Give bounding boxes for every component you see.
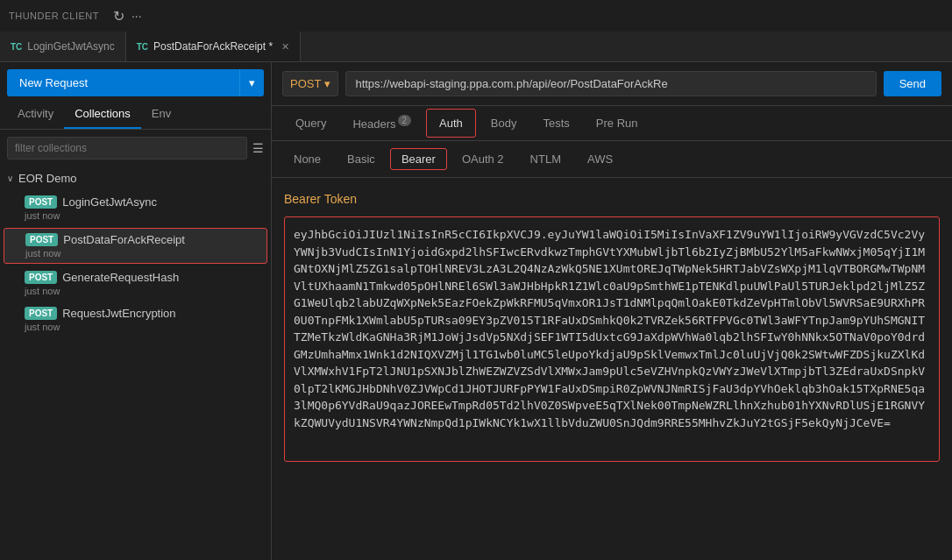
tab-prerun[interactable]: Pre Run xyxy=(583,109,651,138)
collection-eor-demo-header[interactable]: ∨ EOR Demo xyxy=(0,167,271,190)
method-badge-post-3: POST xyxy=(25,271,57,284)
method-badge-post-2: POST xyxy=(25,233,58,246)
auth-subtab-oauth2[interactable]: OAuth 2 xyxy=(451,148,515,170)
request-item-login[interactable]: POST LoginGetJwtAsync just now xyxy=(0,190,271,226)
auth-subtab-ntlm[interactable]: NTLM xyxy=(519,148,572,170)
tabs-bar: TC LoginGetJwtAsync TC PostDataForAckRec… xyxy=(0,32,952,62)
send-button[interactable]: Send xyxy=(884,71,941,96)
chevron-down-icon: ∨ xyxy=(7,174,13,183)
close-icon[interactable]: ✕ xyxy=(281,41,289,53)
request-time-4: just now xyxy=(25,322,264,332)
tab-query[interactable]: Query xyxy=(282,109,339,138)
refresh-icon[interactable]: ↻ xyxy=(113,8,124,25)
tab-headers[interactable]: Headers2 xyxy=(339,108,424,138)
method-badge-post-1: POST xyxy=(25,195,57,209)
request-time-2: just now xyxy=(25,248,259,259)
tab-post-data-for-ack[interactable]: TC PostDataForAckReceipt * ✕ xyxy=(126,32,301,61)
request-time-3: just now xyxy=(25,286,264,296)
token-input[interactable]: eyJhbGciOiJIUzl1NiIsInR5cCI6IkpXVCJ9.eyJ… xyxy=(284,216,940,462)
right-panel: POST ▾ Send Query Headers2 Auth Body Tes… xyxy=(272,62,952,560)
request-time-1: just now xyxy=(25,210,264,221)
request-item-post-data[interactable]: POST PostDataForAckReceipt just now xyxy=(4,228,267,264)
request-name-2: PostDataForAckReceipt xyxy=(63,233,185,246)
top-bar: THUNDER CLIENT ↻ ··· xyxy=(0,0,952,32)
method-label: POST xyxy=(290,77,321,90)
collection-name: EOR Demo xyxy=(18,172,76,185)
new-request-button[interactable]: New Request xyxy=(7,69,239,96)
method-badge-post-4: POST xyxy=(25,307,57,320)
request-name-3: GenerateRequestHash xyxy=(62,271,179,284)
filter-menu-icon[interactable]: ☰ xyxy=(252,141,264,155)
token-section: Bearer Token eyJhbGciOiJIUzl1NiIsInR5cCI… xyxy=(272,178,952,560)
auth-subtab-basic[interactable]: Basic xyxy=(336,148,387,170)
sidebar: New Request ▾ Activity Collections Env ☰… xyxy=(0,62,272,560)
request-tabs: Query Headers2 Auth Body Tests Pre Run xyxy=(272,106,952,141)
method-select[interactable]: POST ▾ xyxy=(282,71,338,96)
new-request-dropdown-button[interactable]: ▾ xyxy=(239,69,264,96)
tab-label-2: PostDataForAckReceipt * xyxy=(153,40,273,53)
tab-tc-label-2: TC xyxy=(137,42,148,52)
url-input[interactable] xyxy=(345,71,876,96)
request-item-jwt-encryption[interactable]: POST RequestJwtEncryption just now xyxy=(0,301,271,337)
request-name-1: LoginGetJwtAsync xyxy=(62,195,157,209)
tab-body[interactable]: Body xyxy=(478,109,530,138)
tab-auth[interactable]: Auth xyxy=(426,109,476,138)
main-layout: New Request ▾ Activity Collections Env ☰… xyxy=(0,62,952,560)
tab-login-get-jwt[interactable]: TC LoginGetJwtAsync xyxy=(0,32,126,61)
more-icon[interactable]: ··· xyxy=(131,9,142,23)
new-request-area: New Request ▾ xyxy=(7,69,264,96)
app-title: THUNDER CLIENT xyxy=(9,11,99,21)
filter-input[interactable] xyxy=(7,137,247,159)
auth-subtab-aws[interactable]: AWS xyxy=(576,148,624,170)
request-name-4: RequestJwtEncryption xyxy=(62,307,175,320)
sidebar-collections: ∨ EOR Demo POST LoginGetJwtAsync just no… xyxy=(0,167,271,560)
token-label: Bearer Token xyxy=(284,192,940,206)
method-dropdown-icon: ▾ xyxy=(324,77,330,90)
sidebar-nav-env[interactable]: Env xyxy=(141,100,181,129)
sidebar-nav-collections[interactable]: Collections xyxy=(64,100,141,129)
tab-tests[interactable]: Tests xyxy=(530,109,583,138)
request-item-generate-hash[interactable]: POST GenerateRequestHash just now xyxy=(0,266,271,301)
headers-badge: 2 xyxy=(398,115,412,126)
auth-subtab-bearer[interactable]: Bearer xyxy=(390,148,447,170)
sidebar-nav: Activity Collections Env xyxy=(0,100,271,130)
sidebar-filter-area: ☰ xyxy=(0,130,271,167)
auth-subtab-none[interactable]: None xyxy=(282,148,332,170)
tab-tc-label: TC xyxy=(11,42,22,52)
auth-subtabs: None Basic Bearer OAuth 2 NTLM AWS xyxy=(272,141,952,178)
tab-label-1: LoginGetJwtAsync xyxy=(27,40,114,53)
sidebar-nav-activity[interactable]: Activity xyxy=(7,100,64,129)
url-bar: POST ▾ Send xyxy=(272,62,952,106)
